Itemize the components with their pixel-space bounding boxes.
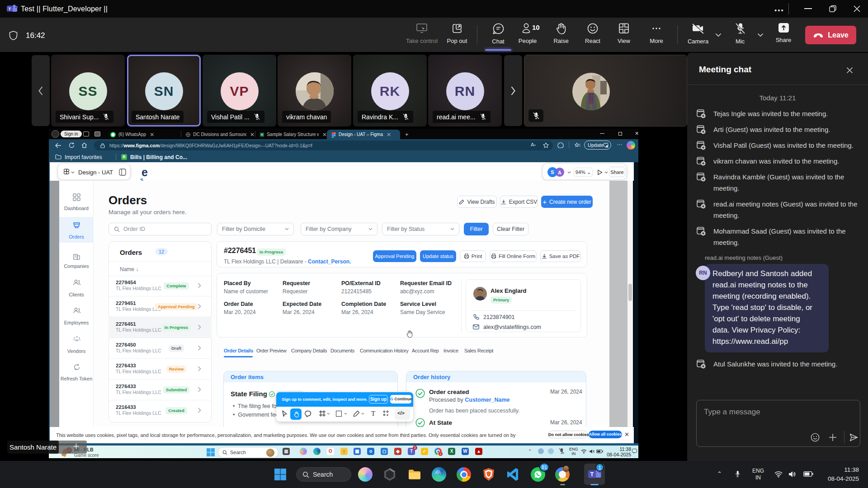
- svg-text:T: T: [9, 6, 11, 11]
- svg-text:T: T: [590, 471, 594, 478]
